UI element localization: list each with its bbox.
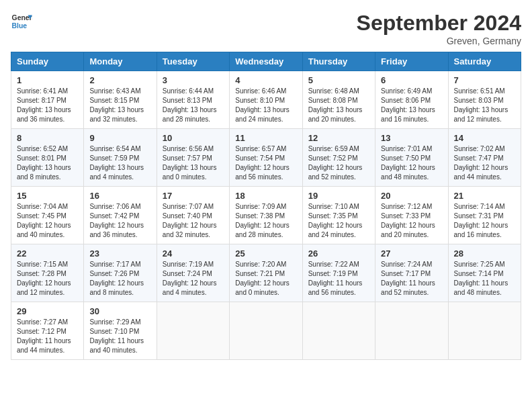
day-cell: 29Sunrise: 7:27 AMSunset: 7:12 PMDayligh… (11, 302, 84, 360)
day-number: 1 (17, 75, 78, 85)
day-number: 17 (163, 191, 224, 201)
col-header-monday: Monday (84, 52, 157, 71)
day-number: 9 (89, 133, 150, 143)
day-info: Sunrise: 6:44 AMSunset: 8:13 PMDaylight:… (163, 87, 224, 124)
day-info: Sunrise: 6:59 AMSunset: 7:52 PMDaylight:… (308, 144, 369, 182)
day-cell: 23Sunrise: 7:17 AMSunset: 7:26 PMDayligh… (84, 244, 157, 302)
day-cell: 28Sunrise: 7:25 AMSunset: 7:14 PMDayligh… (448, 244, 521, 302)
day-number: 4 (235, 75, 296, 85)
day-cell (230, 302, 302, 360)
day-number: 14 (454, 133, 515, 143)
col-header-thursday: Thursday (302, 52, 375, 71)
col-header-sunday: Sunday (11, 52, 84, 71)
day-number: 29 (17, 306, 78, 316)
day-number: 20 (381, 191, 442, 201)
day-number: 8 (17, 133, 78, 143)
day-info: Sunrise: 6:46 AMSunset: 8:10 PMDaylight:… (235, 87, 296, 124)
week-row-4: 22Sunrise: 7:15 AMSunset: 7:28 PMDayligh… (11, 244, 521, 302)
day-cell: 9Sunrise: 6:54 AMSunset: 7:59 PMDaylight… (84, 129, 157, 187)
day-number: 18 (235, 191, 296, 201)
day-number: 6 (381, 75, 442, 85)
day-info: Sunrise: 7:27 AMSunset: 7:12 PMDaylight:… (17, 318, 78, 355)
day-info: Sunrise: 6:52 AMSunset: 8:01 PMDaylight:… (17, 144, 78, 182)
day-number: 12 (308, 133, 369, 143)
day-cell: 8Sunrise: 6:52 AMSunset: 8:01 PMDaylight… (11, 129, 84, 187)
day-number: 19 (308, 191, 369, 201)
day-cell: 22Sunrise: 7:15 AMSunset: 7:28 PMDayligh… (11, 244, 84, 302)
col-header-tuesday: Tuesday (157, 52, 229, 71)
day-number: 23 (89, 248, 150, 259)
day-info: Sunrise: 7:24 AMSunset: 7:17 PMDaylight:… (381, 260, 442, 298)
day-cell: 7Sunrise: 6:51 AMSunset: 8:03 PMDaylight… (448, 71, 521, 129)
day-info: Sunrise: 7:09 AMSunset: 7:38 PMDaylight:… (235, 202, 296, 240)
day-info: Sunrise: 7:06 AMSunset: 7:42 PMDaylight:… (89, 202, 150, 240)
day-info: Sunrise: 6:57 AMSunset: 7:54 PMDaylight:… (235, 144, 296, 182)
day-cell (302, 302, 375, 360)
day-cell: 11Sunrise: 6:57 AMSunset: 7:54 PMDayligh… (230, 129, 302, 187)
day-cell: 12Sunrise: 6:59 AMSunset: 7:52 PMDayligh… (302, 129, 375, 187)
day-info: Sunrise: 7:15 AMSunset: 7:28 PMDaylight:… (17, 260, 78, 298)
logo-icon: General Blue (11, 11, 32, 32)
day-cell (375, 302, 448, 360)
day-info: Sunrise: 6:51 AMSunset: 8:03 PMDaylight:… (454, 87, 515, 124)
logo: General Blue (11, 11, 32, 32)
day-info: Sunrise: 6:54 AMSunset: 7:59 PMDaylight:… (89, 144, 150, 182)
day-cell: 26Sunrise: 7:22 AMSunset: 7:19 PMDayligh… (302, 244, 375, 302)
col-header-friday: Friday (375, 52, 448, 71)
day-number: 5 (308, 75, 369, 85)
day-info: Sunrise: 7:14 AMSunset: 7:31 PMDaylight:… (454, 202, 515, 240)
day-cell: 18Sunrise: 7:09 AMSunset: 7:38 PMDayligh… (230, 187, 302, 244)
day-cell: 25Sunrise: 7:20 AMSunset: 7:21 PMDayligh… (230, 244, 302, 302)
day-info: Sunrise: 7:19 AMSunset: 7:24 PMDaylight:… (163, 260, 224, 298)
day-cell: 27Sunrise: 7:24 AMSunset: 7:17 PMDayligh… (375, 244, 448, 302)
day-info: Sunrise: 7:02 AMSunset: 7:47 PMDaylight:… (454, 144, 515, 182)
day-number: 28 (454, 248, 515, 259)
day-info: Sunrise: 7:17 AMSunset: 7:26 PMDaylight:… (89, 260, 150, 298)
month-title: September 2024 (357, 11, 521, 36)
day-info: Sunrise: 7:22 AMSunset: 7:19 PMDaylight:… (308, 260, 369, 298)
day-cell (448, 302, 521, 360)
day-info: Sunrise: 7:10 AMSunset: 7:35 PMDaylight:… (308, 202, 369, 240)
week-row-3: 15Sunrise: 7:04 AMSunset: 7:45 PMDayligh… (11, 187, 521, 244)
day-info: Sunrise: 7:01 AMSunset: 7:50 PMDaylight:… (381, 144, 442, 182)
day-number: 3 (163, 75, 224, 85)
day-cell: 30Sunrise: 7:29 AMSunset: 7:10 PMDayligh… (84, 302, 157, 360)
day-info: Sunrise: 7:04 AMSunset: 7:45 PMDaylight:… (17, 202, 78, 240)
day-cell: 20Sunrise: 7:12 AMSunset: 7:33 PMDayligh… (375, 187, 448, 244)
day-cell: 14Sunrise: 7:02 AMSunset: 7:47 PMDayligh… (448, 129, 521, 187)
week-row-2: 8Sunrise: 6:52 AMSunset: 8:01 PMDaylight… (11, 129, 521, 187)
day-number: 15 (17, 191, 78, 201)
day-cell: 21Sunrise: 7:14 AMSunset: 7:31 PMDayligh… (448, 187, 521, 244)
day-info: Sunrise: 6:49 AMSunset: 8:06 PMDaylight:… (381, 87, 442, 124)
day-number: 25 (235, 248, 296, 259)
day-number: 26 (308, 248, 369, 259)
day-cell: 19Sunrise: 7:10 AMSunset: 7:35 PMDayligh… (302, 187, 375, 244)
day-info: Sunrise: 6:56 AMSunset: 7:57 PMDaylight:… (163, 144, 224, 182)
day-info: Sunrise: 7:20 AMSunset: 7:21 PMDaylight:… (235, 260, 296, 298)
day-cell: 13Sunrise: 7:01 AMSunset: 7:50 PMDayligh… (375, 129, 448, 187)
day-number: 22 (17, 248, 78, 259)
day-info: Sunrise: 7:12 AMSunset: 7:33 PMDaylight:… (381, 202, 442, 240)
day-cell: 24Sunrise: 7:19 AMSunset: 7:24 PMDayligh… (157, 244, 229, 302)
day-number: 24 (163, 248, 224, 259)
day-info: Sunrise: 6:43 AMSunset: 8:15 PMDaylight:… (89, 87, 150, 124)
title-block: September 2024 Greven, Germany (357, 11, 521, 46)
day-info: Sunrise: 6:41 AMSunset: 8:17 PMDaylight:… (17, 87, 78, 124)
week-row-1: 1Sunrise: 6:41 AMSunset: 8:17 PMDaylight… (11, 71, 521, 129)
day-cell: 1Sunrise: 6:41 AMSunset: 8:17 PMDaylight… (11, 71, 84, 129)
day-cell: 2Sunrise: 6:43 AMSunset: 8:15 PMDaylight… (84, 71, 157, 129)
day-cell: 16Sunrise: 7:06 AMSunset: 7:42 PMDayligh… (84, 187, 157, 244)
calendar-table: SundayMondayTuesdayWednesdayThursdayFrid… (11, 52, 521, 360)
day-cell: 6Sunrise: 6:49 AMSunset: 8:06 PMDaylight… (375, 71, 448, 129)
page-header: General Blue September 2024 Greven, Germ… (11, 11, 521, 46)
header-row: SundayMondayTuesdayWednesdayThursdayFrid… (11, 52, 521, 71)
day-cell (157, 302, 229, 360)
day-number: 21 (454, 191, 515, 201)
day-info: Sunrise: 7:29 AMSunset: 7:10 PMDaylight:… (89, 318, 150, 355)
svg-text:Blue: Blue (12, 22, 28, 30)
day-info: Sunrise: 7:25 AMSunset: 7:14 PMDaylight:… (454, 260, 515, 298)
location: Greven, Germany (357, 36, 521, 46)
day-number: 16 (89, 191, 150, 201)
day-number: 7 (454, 75, 515, 85)
col-header-saturday: Saturday (448, 52, 521, 71)
